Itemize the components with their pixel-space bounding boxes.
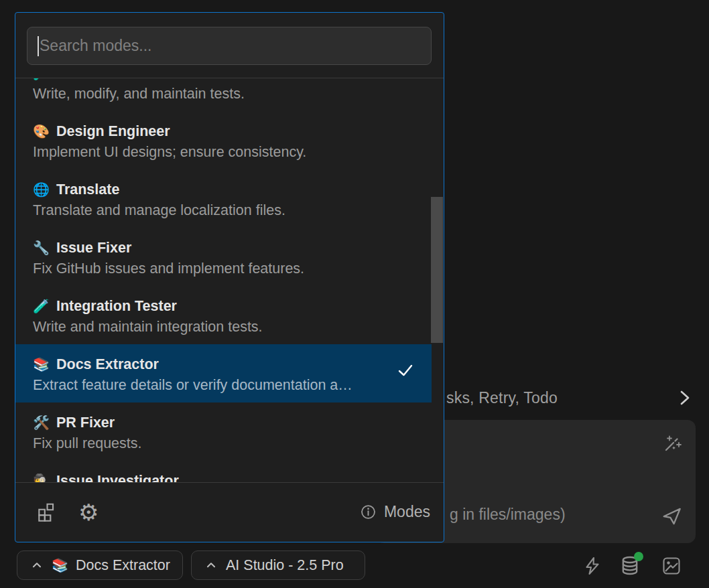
mode-description: Write, modify, and maintain tests. <box>33 86 418 102</box>
mode-description: Translate and manage localization files. <box>33 202 418 219</box>
mode-item-docs-extractor-selected[interactable]: 📚 Docs Extractor Extract feature details… <box>15 344 432 402</box>
search-input[interactable] <box>27 27 431 64</box>
gear-icon[interactable]: ⚙ <box>78 501 103 524</box>
status-dot-green <box>634 552 643 561</box>
mode-item-design-engineer[interactable]: 🎨 Design Engineer Implement UI designs; … <box>15 111 432 169</box>
globe-emoji-icon: 🌐 <box>33 183 50 196</box>
mode-item-integration-tester[interactable]: 🧪 Integration Tester Write and maintain … <box>15 286 432 344</box>
mode-title: 🛠️ PR Fixer <box>33 414 418 431</box>
mode-description: Write and maintain integration tests. <box>33 319 418 336</box>
mode-title-text: Translate <box>56 181 119 198</box>
mode-description: Extract feature details or verify docume… <box>33 377 418 394</box>
mode-item-issue-investigator[interactable]: 🕵️ Issue Investigator <box>15 461 432 482</box>
test-tube-emoji-icon: 🧪 <box>33 78 50 80</box>
text-caret <box>38 36 39 56</box>
marketplace-icon[interactable] <box>36 501 58 524</box>
current-model-label: AI Studio - 2.5 Pro <box>226 557 344 574</box>
lightning-icon[interactable] <box>582 555 603 577</box>
image-icon[interactable] <box>661 555 682 577</box>
chevron-up-icon <box>204 558 218 573</box>
hammer-wrench-emoji-icon: 🛠️ <box>33 416 50 429</box>
database-icon[interactable] <box>618 554 642 578</box>
chat-input-placeholder: g in files/images) <box>450 506 566 524</box>
mode-title: 📚 Docs Extractor <box>33 356 418 373</box>
mode-description: Fix GitHub issues and implement features… <box>33 261 418 277</box>
modes-label: Modes <box>384 503 430 521</box>
mode-title: 🕵️ Issue Investigator <box>33 472 418 482</box>
books-emoji-icon: 📚 <box>52 559 68 572</box>
modes-info-group: Modes <box>359 483 430 541</box>
mode-selector-popover: 🧪 Write, modify, and maintain tests. 🎨 D… <box>15 12 444 542</box>
check-icon <box>397 362 414 379</box>
mode-title-text: Issue Investigator <box>56 473 179 483</box>
mode-description: Implement UI designs; ensure consistency… <box>33 144 418 161</box>
mode-selector-button[interactable]: 📚 Docs Extractor <box>17 550 183 580</box>
mode-title-text: Docs Extractor <box>56 356 159 373</box>
mode-title-text: Design Engineer <box>56 123 170 140</box>
mode-title-text: Integration Tester <box>56 298 177 315</box>
enhance-prompt-wand-icon[interactable] <box>661 434 682 455</box>
mode-item-partial[interactable]: 🧪 Write, modify, and maintain tests. <box>15 78 432 111</box>
scrollbar-thumb[interactable] <box>431 197 443 343</box>
mode-title: 🧪 <box>33 78 418 82</box>
send-icon[interactable] <box>661 505 684 528</box>
app-root: sks, Retry, Todo g in files/images) <box>0 0 709 588</box>
mode-item-pr-fixer[interactable]: 🛠️ PR Fixer Fix pull requests. <box>15 402 432 461</box>
mode-title: 🔧 Issue Fixer <box>33 239 418 256</box>
mode-title: 🌐 Translate <box>33 181 418 198</box>
search-box <box>27 27 432 65</box>
chevron-up-icon <box>29 558 44 573</box>
mode-description: Fix pull requests. <box>33 435 418 452</box>
mode-item-issue-fixer[interactable]: 🔧 Issue Fixer Fix GitHub issues and impl… <box>15 228 432 286</box>
mode-list: 🧪 Write, modify, and maintain tests. 🎨 D… <box>15 78 444 482</box>
palette-emoji-icon: 🎨 <box>33 125 50 138</box>
task-header-text: sks, Retry, Todo <box>446 389 558 407</box>
task-header: sks, Retry, Todo <box>446 389 558 407</box>
detective-emoji-icon: 🕵️ <box>33 474 50 482</box>
wrench-emoji-icon: 🔧 <box>33 241 50 254</box>
chevron-right-icon[interactable] <box>674 388 694 408</box>
mode-item-translate[interactable]: 🌐 Translate Translate and manage localiz… <box>15 169 432 228</box>
mode-title: 🎨 Design Engineer <box>33 123 418 140</box>
model-selector-button[interactable]: AI Studio - 2.5 Pro <box>191 550 365 580</box>
current-mode-label: Docs Extractor <box>76 557 170 574</box>
info-icon[interactable] <box>359 503 377 521</box>
test-tube-emoji-icon: 🧪 <box>33 299 50 313</box>
books-emoji-icon: 📚 <box>33 358 50 371</box>
mode-title: 🧪 Integration Tester <box>33 297 418 315</box>
mode-popover-footer: ⚙ Modes <box>15 482 444 541</box>
mode-title-text: Issue Fixer <box>56 240 131 256</box>
mode-title-text: PR Fixer <box>56 415 115 431</box>
